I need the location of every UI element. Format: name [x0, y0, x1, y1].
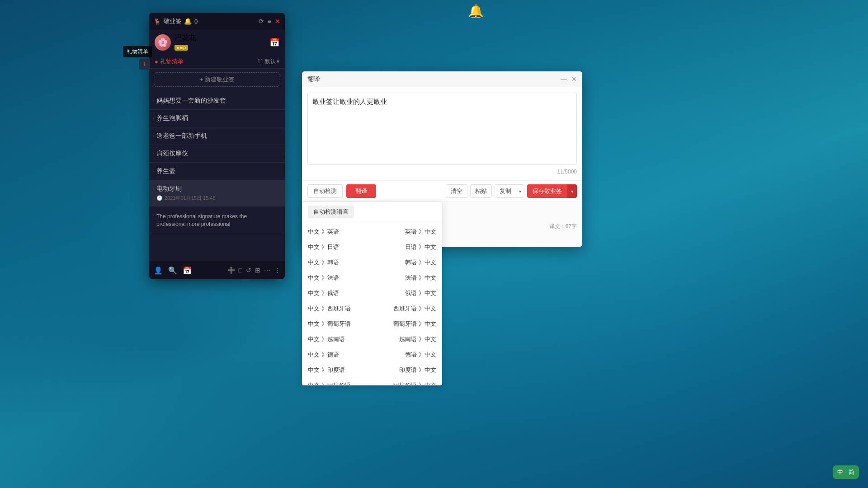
lang-from: 中文 》俄语 [308, 289, 372, 297]
grid-icon[interactable]: ⊞ [255, 267, 260, 274]
list-item[interactable]: The professional signature makes the pro… [149, 206, 285, 233]
bottom-bar: 👤 🔍 📅 ➕ □ ↺ ⊞ ⋯ ⋮ [149, 261, 285, 279]
list-dot: ● [155, 58, 158, 65]
item-text: 肩颈按摩仪 [156, 150, 188, 157]
lang-item-0[interactable]: 中文 》英语 英语 》中文 [302, 224, 442, 239]
calendar-icon[interactable]: 📅 [183, 266, 192, 275]
lang-item-6[interactable]: 中文 》葡萄牙语 葡萄牙语 》中文 [302, 316, 442, 332]
list-item[interactable]: 妈妈想要一套新的沙发套 [149, 92, 285, 110]
lang-to: 印度语 》中文 [372, 366, 436, 374]
lang-from: 中文 》阿拉伯语 [308, 381, 372, 385]
translate-actions: 自动检测 翻译 清空 粘贴 复制 ▾ 保存敬业签 ▾ 自动检测语言 中文 》英语 [302, 180, 582, 202]
list-item[interactable]: 养生泡脚桶 [149, 110, 285, 127]
lang-to: 西班牙语 》中文 [372, 305, 436, 313]
calendar-button[interactable]: 📅 [269, 38, 279, 47]
item-date: 🕐 2021年01月15日 15:48 [156, 195, 278, 202]
lang-from: 中文 》越南语 [308, 335, 372, 343]
ime-dot: · [845, 469, 847, 476]
dialog-controls: — ✕ [561, 75, 577, 83]
translate-title: 翻译 [307, 75, 320, 83]
lang-to: 俄语 》中文 [372, 289, 436, 297]
save-dropdown-button[interactable]: ▾ [567, 184, 577, 198]
lang-item-4[interactable]: 中文 》俄语 俄语 》中文 [302, 286, 442, 301]
square-icon[interactable]: □ [239, 267, 242, 274]
lang-item-1[interactable]: 中文 》日语 日语 》中文 [302, 239, 442, 255]
sync-icon[interactable]: ⟳ [259, 18, 264, 25]
lang-to: 葡萄牙语 》中文 [372, 320, 436, 328]
copy-dropdown-button[interactable]: ▾ [516, 185, 524, 197]
copy-split-button: 复制 ▾ [495, 184, 524, 198]
minimize-button[interactable]: — [561, 75, 567, 83]
list-sort[interactable]: 11 默认 ▾ [257, 58, 279, 66]
copy-button[interactable]: 复制 [495, 185, 516, 197]
translate-button[interactable]: 翻译 [346, 184, 376, 198]
lang-item-5[interactable]: 中文 》西班牙语 西班牙语 》中文 [302, 301, 442, 316]
auto-detect-lang-button[interactable]: 自动检测语言 [308, 206, 354, 218]
add-icon[interactable]: ➕ [227, 267, 235, 274]
translate-titlebar: 翻译 — ✕ [302, 71, 582, 87]
list-name: ● 礼物清单 [155, 57, 184, 66]
lang-item-2[interactable]: 中文 》韩语 韩语 》中文 [302, 255, 442, 270]
lang-from: 中文 》葡萄牙语 [308, 320, 372, 328]
deer-app-title-area: 🦌 敬业签 🔔 0 [154, 17, 198, 25]
lang-item-10[interactable]: 中文 》阿拉伯语 阿拉伯语 》中文 [302, 378, 442, 385]
list-bar: ● 礼物清单 11 默认 ▾ [149, 55, 285, 69]
language-dropdown: 自动检测语言 中文 》英语 英语 》中文 中文 》日语 日语 》中文 中文 》韩… [302, 202, 442, 385]
lang-item-8[interactable]: 中文 》德语 德语 》中文 [302, 347, 442, 362]
more-icon[interactable]: ⋮ [274, 267, 280, 274]
lang-to: 阿拉伯语 》中文 [372, 381, 436, 385]
deer-titlebar: 🦌 敬业签 🔔 0 ⟳ ≡ ✕ [149, 13, 285, 30]
lang-item-7[interactable]: 中文 》越南语 越南语 》中文 [302, 332, 442, 347]
list-item[interactable]: 送老爸一部新手机 [149, 127, 285, 145]
lang-from: 中文 》日语 [308, 243, 372, 251]
bottom-right-icons: ➕ □ ↺ ⊞ ⋯ ⋮ [227, 267, 280, 274]
lang-from: 中文 》韩语 [308, 258, 372, 267]
bottom-left-icons: 👤 🔍 📅 [154, 266, 192, 275]
user-avatar: 🌸 [155, 34, 171, 51]
list-label: 礼物清单 [160, 57, 184, 66]
titlebar-icons: ⟳ ≡ ✕ [259, 18, 280, 25]
lang-from: 中文 》德语 [308, 351, 372, 359]
language-list: 中文 》英语 英语 》中文 中文 》日语 日语 》中文 中文 》韩语 韩语 》中… [302, 222, 442, 385]
close-icon[interactable]: ✕ [275, 18, 280, 25]
user-info: 🌸 冯花花 ♦ vip [155, 33, 196, 51]
lang-from: 中文 》西班牙语 [308, 305, 372, 313]
list-tooltip: 礼物清单 [123, 46, 152, 57]
item-text: 电动牙刷 [156, 185, 182, 192]
lang-item-3[interactable]: 中文 》法语 法语 》中文 [302, 270, 442, 286]
vip-badge: ♦ vip [175, 45, 188, 51]
rotate-icon[interactable]: ↺ [246, 267, 251, 274]
lang-from: 中文 》英语 [308, 228, 372, 236]
lang-to: 越南语 》中文 [372, 335, 436, 343]
bell-count: 0 [194, 18, 198, 25]
paste-button[interactable]: 粘贴 [470, 184, 492, 198]
auto-detect-button[interactable]: 自动检测 [307, 184, 343, 198]
contacts-icon[interactable]: 👤 [154, 266, 163, 275]
lang-from: 中文 》法语 [308, 274, 372, 282]
date-text: 2021年01月15日 15:48 [165, 195, 216, 202]
list-item[interactable]: 养生壶 [149, 163, 285, 180]
save-button[interactable]: 保存敬业签 [527, 184, 567, 198]
clear-button[interactable]: 清空 [446, 184, 467, 198]
ime-widget[interactable]: 中 · 简 [833, 465, 859, 479]
add-list-float-button[interactable]: + [139, 59, 150, 70]
notification-icon: 🔔 [468, 4, 484, 19]
list-item[interactable]: 电动牙刷 🕐 2021年01月15日 15:48 [149, 180, 285, 206]
lang-to: 日语 》中文 [372, 243, 436, 251]
ime-label-2: 简 [849, 468, 854, 476]
lang-item-9[interactable]: 中文 》印度语 印度语 》中文 [302, 362, 442, 378]
close-button[interactable]: ✕ [571, 75, 577, 83]
menu-icon[interactable]: ≡ [268, 18, 271, 25]
lang-to: 德语 》中文 [372, 351, 436, 359]
clock-icon: 🕐 [156, 195, 163, 201]
list-item[interactable]: 肩颈按摩仪 [149, 145, 285, 163]
dots-icon[interactable]: ⋯ [264, 267, 270, 274]
item-text: 送老爸一部新手机 [156, 132, 207, 139]
sort-label: 11 默认 [257, 58, 276, 66]
item-text: 妈妈想要一套新的沙发套 [156, 97, 226, 104]
deer-app-title: 敬业签 [164, 17, 181, 25]
new-note-button[interactable]: + 新建敬业签 [155, 72, 279, 87]
translate-dialog: 翻译 — ✕ 11/5000 自动检测 翻译 清空 粘贴 复制 ▾ 保存敬业签 … [302, 71, 582, 247]
search-icon[interactable]: 🔍 [168, 266, 177, 275]
translate-input[interactable] [307, 93, 577, 165]
